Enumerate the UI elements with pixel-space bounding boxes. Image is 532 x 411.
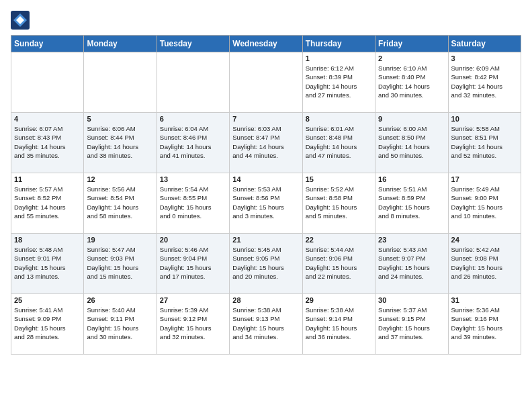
day-number: 21 [232, 236, 299, 244]
day-number: 14 [232, 175, 299, 183]
day-cell: 1Sunrise: 6:12 AM Sunset: 8:39 PM Daylig… [302, 52, 375, 113]
day-cell: 2Sunrise: 6:10 AM Sunset: 8:40 PM Daylig… [375, 52, 448, 113]
day-cell: 16Sunrise: 5:51 AM Sunset: 8:59 PM Dayli… [375, 173, 448, 234]
day-cell: 3Sunrise: 6:09 AM Sunset: 8:42 PM Daylig… [448, 52, 521, 113]
day-number: 10 [451, 115, 518, 123]
day-number: 19 [87, 236, 153, 244]
day-cell: 28Sunrise: 5:38 AM Sunset: 9:13 PM Dayli… [230, 294, 302, 355]
day-number: 9 [378, 115, 445, 123]
day-cell: 12Sunrise: 5:56 AM Sunset: 8:54 PM Dayli… [84, 173, 157, 234]
day-cell: 17Sunrise: 5:49 AM Sunset: 9:00 PM Dayli… [448, 173, 521, 234]
day-number: 22 [306, 236, 372, 244]
day-number: 15 [306, 175, 372, 183]
day-info: Sunrise: 5:44 AM Sunset: 9:06 PM Dayligh… [306, 245, 372, 281]
day-cell: 9Sunrise: 6:00 AM Sunset: 8:50 PM Daylig… [375, 113, 448, 173]
day-number: 3 [451, 54, 518, 62]
day-cell: 21Sunrise: 5:45 AM Sunset: 9:05 PM Dayli… [230, 234, 302, 294]
day-number: 11 [14, 175, 81, 183]
calendar-table: SundayMondayTuesdayWednesdayThursdayFrid… [11, 35, 521, 355]
header-cell-sunday: Sunday [11, 36, 84, 52]
day-cell: 14Sunrise: 5:53 AM Sunset: 8:56 PM Dayli… [230, 173, 302, 234]
day-number: 12 [87, 175, 153, 183]
day-cell: 6Sunrise: 6:04 AM Sunset: 8:46 PM Daylig… [157, 113, 229, 173]
day-info: Sunrise: 5:57 AM Sunset: 8:52 PM Dayligh… [14, 185, 81, 220]
day-number: 27 [160, 296, 226, 304]
header-cell-tuesday: Tuesday [157, 36, 229, 52]
day-number: 20 [160, 236, 226, 244]
day-number: 30 [378, 296, 445, 304]
week-row-2: 4Sunrise: 6:07 AM Sunset: 8:43 PM Daylig… [11, 113, 521, 173]
day-cell: 8Sunrise: 6:01 AM Sunset: 8:48 PM Daylig… [302, 113, 375, 173]
day-info: Sunrise: 5:42 AM Sunset: 9:08 PM Dayligh… [451, 245, 518, 281]
day-cell: 27Sunrise: 5:39 AM Sunset: 9:12 PM Dayli… [157, 294, 229, 355]
day-cell: 13Sunrise: 5:54 AM Sunset: 8:55 PM Dayli… [157, 173, 229, 234]
day-cell: 11Sunrise: 5:57 AM Sunset: 8:52 PM Dayli… [11, 173, 84, 234]
day-info: Sunrise: 5:49 AM Sunset: 9:00 PM Dayligh… [451, 185, 518, 220]
day-info: Sunrise: 5:38 AM Sunset: 9:13 PM Dayligh… [232, 306, 299, 341]
day-number: 25 [14, 296, 81, 304]
day-info: Sunrise: 5:39 AM Sunset: 9:12 PM Dayligh… [160, 306, 226, 341]
logo-icon [11, 11, 30, 30]
day-cell: 19Sunrise: 5:47 AM Sunset: 9:03 PM Dayli… [84, 234, 157, 294]
day-info: Sunrise: 5:43 AM Sunset: 9:07 PM Dayligh… [378, 245, 445, 281]
day-info: Sunrise: 5:40 AM Sunset: 9:11 PM Dayligh… [87, 306, 153, 341]
day-cell: 10Sunrise: 5:58 AM Sunset: 8:51 PM Dayli… [448, 113, 521, 173]
day-cell: 4Sunrise: 6:07 AM Sunset: 8:43 PM Daylig… [11, 113, 84, 173]
day-cell: 25Sunrise: 5:41 AM Sunset: 9:09 PM Dayli… [11, 294, 84, 355]
day-number: 4 [14, 115, 81, 123]
day-info: Sunrise: 5:51 AM Sunset: 8:59 PM Dayligh… [378, 185, 445, 220]
day-info: Sunrise: 5:48 AM Sunset: 9:01 PM Dayligh… [14, 245, 81, 281]
day-cell [84, 52, 157, 113]
day-number: 13 [160, 175, 226, 183]
week-row-3: 11Sunrise: 5:57 AM Sunset: 8:52 PM Dayli… [11, 173, 521, 234]
header-cell-thursday: Thursday [302, 36, 375, 52]
day-info: Sunrise: 6:12 AM Sunset: 8:39 PM Dayligh… [306, 64, 372, 99]
day-number: 16 [378, 175, 445, 183]
day-cell: 31Sunrise: 5:36 AM Sunset: 9:16 PM Dayli… [448, 294, 521, 355]
day-info: Sunrise: 6:10 AM Sunset: 8:40 PM Dayligh… [378, 64, 445, 99]
day-info: Sunrise: 6:06 AM Sunset: 8:44 PM Dayligh… [87, 124, 153, 160]
day-info: Sunrise: 6:00 AM Sunset: 8:50 PM Dayligh… [378, 124, 445, 160]
day-cell [157, 52, 229, 113]
day-number: 7 [232, 115, 299, 123]
day-info: Sunrise: 5:36 AM Sunset: 9:16 PM Dayligh… [451, 306, 518, 341]
day-number: 31 [451, 296, 518, 304]
day-info: Sunrise: 5:53 AM Sunset: 8:56 PM Dayligh… [232, 185, 299, 220]
day-cell: 5Sunrise: 6:06 AM Sunset: 8:44 PM Daylig… [84, 113, 157, 173]
day-cell: 18Sunrise: 5:48 AM Sunset: 9:01 PM Dayli… [11, 234, 84, 294]
day-info: Sunrise: 5:37 AM Sunset: 9:15 PM Dayligh… [378, 306, 445, 341]
day-info: Sunrise: 6:01 AM Sunset: 8:48 PM Dayligh… [306, 124, 372, 160]
day-info: Sunrise: 6:07 AM Sunset: 8:43 PM Dayligh… [14, 124, 81, 160]
header-cell-saturday: Saturday [448, 36, 521, 52]
day-info: Sunrise: 5:45 AM Sunset: 9:05 PM Dayligh… [232, 245, 299, 281]
day-cell [11, 52, 84, 113]
week-row-4: 18Sunrise: 5:48 AM Sunset: 9:01 PM Dayli… [11, 234, 521, 294]
day-number: 26 [87, 296, 153, 304]
day-cell: 30Sunrise: 5:37 AM Sunset: 9:15 PM Dayli… [375, 294, 448, 355]
day-info: Sunrise: 5:41 AM Sunset: 9:09 PM Dayligh… [14, 306, 81, 341]
day-info: Sunrise: 5:58 AM Sunset: 8:51 PM Dayligh… [451, 124, 518, 160]
header-cell-friday: Friday [375, 36, 448, 52]
day-info: Sunrise: 5:46 AM Sunset: 9:04 PM Dayligh… [160, 245, 226, 281]
week-row-1: 1Sunrise: 6:12 AM Sunset: 8:39 PM Daylig… [11, 52, 521, 113]
day-info: Sunrise: 6:03 AM Sunset: 8:47 PM Dayligh… [232, 124, 299, 160]
day-number: 5 [87, 115, 153, 123]
day-info: Sunrise: 6:04 AM Sunset: 8:46 PM Dayligh… [160, 124, 226, 160]
day-cell: 7Sunrise: 6:03 AM Sunset: 8:47 PM Daylig… [230, 113, 302, 173]
day-number: 1 [306, 54, 372, 62]
day-info: Sunrise: 5:47 AM Sunset: 9:03 PM Dayligh… [87, 245, 153, 281]
header-row: SundayMondayTuesdayWednesdayThursdayFrid… [11, 36, 521, 52]
logo [11, 11, 31, 30]
day-cell: 29Sunrise: 5:38 AM Sunset: 9:14 PM Dayli… [302, 294, 375, 355]
day-number: 24 [451, 236, 518, 244]
day-number: 8 [306, 115, 372, 123]
header-cell-wednesday: Wednesday [230, 36, 302, 52]
day-number: 18 [14, 236, 81, 244]
page-header [11, 11, 521, 30]
day-cell: 15Sunrise: 5:52 AM Sunset: 8:58 PM Dayli… [302, 173, 375, 234]
day-number: 17 [451, 175, 518, 183]
day-number: 23 [378, 236, 445, 244]
day-info: Sunrise: 5:52 AM Sunset: 8:58 PM Dayligh… [306, 185, 372, 220]
day-number: 2 [378, 54, 445, 62]
day-number: 28 [232, 296, 299, 304]
